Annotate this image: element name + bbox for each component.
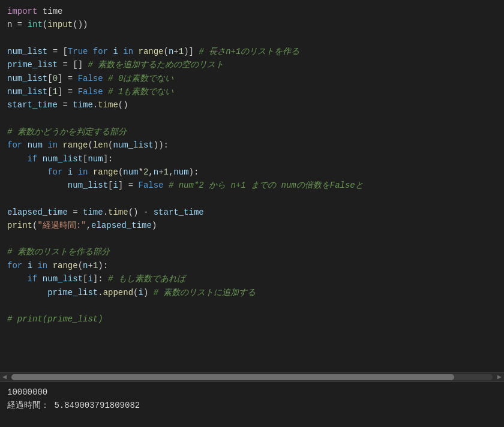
code-line-21: if num_list[i]: # もし素数であれば [7,272,497,285]
code-line-10: # 素数かどうかを判定する部分 [7,125,497,139]
code-line-22: prime_list.append(i) # 素数のリストに追加する [7,286,497,299]
code-line-23 [7,299,497,312]
code-line-6: num_list[0] = False # 0は素数でない [7,72,497,85]
code-line-5: prime_list = [] # 素数を追加するための空のリスト [7,58,497,71]
scrollbar-thumb[interactable] [11,374,454,380]
scroll-right-arrow[interactable]: ▶ [495,372,504,381]
code-line-7: num_list[1] = False # 1も素数でない [7,85,497,98]
code-line-15 [7,193,497,206]
code-line-3 [7,32,497,45]
code-editor[interactable]: import time n = int(input()) num_list = … [0,0,504,372]
code-line-19: # 素数のリストを作る部分 [7,245,497,258]
code-line-24: # print(prime_list) [7,312,497,326]
code-line-18 [7,232,497,245]
code-line-2: n = int(input()) [7,18,497,31]
output-area: 10000000 経過時間： 5.849003791809082 [0,381,504,416]
code-line-1: import time [7,5,497,18]
scroll-left-arrow[interactable]: ◀ [0,372,9,381]
code-line-4: num_list = [True for i in range(n+1)] # … [7,45,497,58]
code-line-9 [7,112,497,125]
code-line-8: start_time = time.time() [7,98,497,112]
code-line-11: for num in range(len(num_list)): [7,139,497,152]
scrollbar-track[interactable] [11,374,493,380]
output-line-2: 経過時間： 5.849003791809082 [7,399,497,412]
horizontal-scrollbar[interactable]: ◀ ▶ [0,372,504,381]
code-line-20: for i in range(n+1): [7,259,497,272]
code-line-14: num_list[i] = False # num*2 から n+1 までの n… [7,179,497,192]
code-line-17: print("経過時間:",elapsed_time) [7,219,497,232]
output-line-1: 10000000 [7,386,497,399]
code-line-16: elapsed_time = time.time() - start_time [7,206,497,219]
code-line-13: for i in range(num*2,n+1,num): [7,166,497,179]
code-line-12: if num_list[num]: [7,152,497,166]
